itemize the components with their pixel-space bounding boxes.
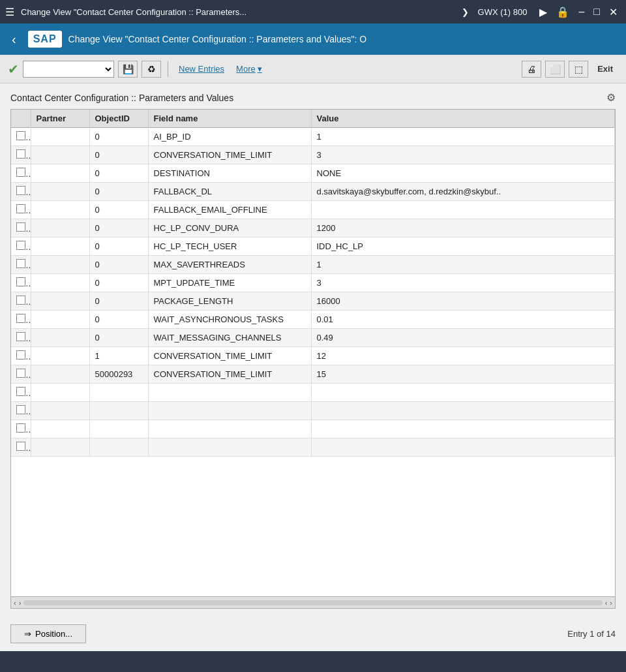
row-value [311,420,615,438]
row-objectid [89,438,148,457]
row-checkbox[interactable] [16,241,25,250]
position-label: Position... [35,629,72,639]
row-partner [31,201,89,219]
row-checkbox[interactable] [16,332,25,341]
row-value [311,402,615,420]
save-button[interactable]: 💾 [118,61,138,78]
scroll-right2-icon[interactable]: › [610,599,612,607]
row-fieldname: FALLBACK_EMAIL_OFFLINE [148,201,311,219]
table-row[interactable]: 0FALLBACK_DLd.savitskaya@skybuffer.com, … [11,183,615,201]
more-button[interactable]: More ▾ [232,61,266,76]
table-row[interactable]: 0MAX_SAVERTHREADS1 [11,256,615,274]
second-icon-button[interactable]: ⬜ [545,61,565,78]
row-checkbox[interactable] [16,296,25,305]
horizontal-scrollbar[interactable]: ‹ › ‹ › [11,596,615,608]
footer-bar: ⇒ Position... Entry 1 of 14 [0,617,626,651]
col-objectid-header: ObjectID [89,110,148,128]
row-value: 3 [311,274,615,292]
play-icon[interactable]: ▶ [536,5,550,20]
row-value [311,384,615,402]
row-checkbox[interactable] [16,369,25,378]
row-checkbox[interactable] [16,186,25,195]
row-checkbox[interactable] [16,277,25,286]
table-row[interactable]: 1CONVERSATION_TIME_LIMIT12 [11,347,615,365]
table-row[interactable]: 0DESTINATIONNONE [11,164,615,183]
row-partner [31,164,89,183]
table-row[interactable]: 0HC_LP_CONV_DURA1200 [11,219,615,237]
row-checkbox[interactable] [16,204,25,213]
print-button[interactable]: 🖨 [522,61,541,78]
row-fieldname [148,438,311,457]
sap-header-title: Change View "Contact Center Configuratio… [68,34,619,44]
table-row[interactable] [11,438,615,457]
row-fieldname: WAIT_ASYNCHRONOUS_TASKS [148,311,311,329]
row-value: NONE [311,164,615,183]
third-icon-button[interactable]: ⬚ [569,61,588,78]
close-icon[interactable]: ✕ [606,5,621,20]
lock-icon[interactable]: 🔒 [553,5,573,20]
row-checkbox[interactable] [16,350,25,359]
scroll-left-icon[interactable]: ‹ [14,599,16,607]
row-checkbox[interactable] [16,405,25,414]
row-checkbox[interactable] [16,259,25,268]
table-row[interactable] [11,420,615,438]
col-fieldname-header: Field name [148,110,311,128]
table-row[interactable]: 0WAIT_MESSAGING_CHANNELS0.49 [11,329,615,347]
row-fieldname: AI_BP_ID [148,128,311,146]
table-row[interactable]: 0FALLBACK_EMAIL_OFFLINE [11,201,615,219]
row-objectid: 0 [89,201,148,219]
exit-button[interactable]: Exit [592,61,618,76]
toolbar-divider [168,61,168,77]
table-row[interactable] [11,402,615,420]
row-checkbox[interactable] [16,314,25,323]
row-checkbox[interactable] [16,131,25,140]
row-partner [31,311,89,329]
row-objectid [89,402,148,420]
table-row[interactable] [11,384,615,402]
row-objectid: 1 [89,347,148,365]
minimize-icon[interactable]: – [575,5,588,19]
breadcrumb-arrow: ❯ [462,7,469,17]
table-row[interactable]: 0AI_BP_ID1 [11,128,615,146]
position-button[interactable]: ⇒ Position... [10,624,86,643]
row-checkbox[interactable] [16,387,25,396]
maximize-icon[interactable]: □ [590,5,603,19]
row-value [311,201,615,219]
table-row[interactable]: 0MPT_UPDATE_TIME3 [11,274,615,292]
row-checkbox-cell [11,164,31,183]
back-button[interactable]: ‹ [7,29,22,50]
settings-icon[interactable]: ⚙ [606,91,616,104]
new-entries-button[interactable]: New Entries [175,61,228,76]
refresh-button[interactable]: ♻ [142,61,161,78]
row-checkbox[interactable] [16,423,25,433]
scroll-right-icon[interactable]: › [19,599,22,607]
check-icon[interactable]: ✔ [8,61,19,77]
row-partner [31,183,89,201]
row-value: 1 [311,256,615,274]
scroll-left2-icon[interactable]: ‹ [605,599,608,607]
table-scroll-area[interactable]: Partner ObjectID Field name Value 0AI_BP… [11,110,615,596]
row-checkbox[interactable] [16,442,25,451]
row-fieldname: HC_LP_CONV_DURA [148,219,311,237]
view-selector[interactable] [23,61,114,78]
col-partner-header: Partner [31,110,89,128]
row-checkbox[interactable] [16,149,25,159]
title-bar: ☰ Change View "Contact Center Configurat… [0,0,626,23]
table-row[interactable]: 50000293CONVERSATION_TIME_LIMIT15 [11,365,615,384]
sap-header: ‹ SAP Change View "Contact Center Config… [0,23,626,55]
row-checkbox-cell [11,311,31,329]
row-checkbox-cell [11,219,31,237]
row-partner [31,219,89,237]
scroll-track[interactable] [23,600,602,605]
table-row[interactable]: 0HC_LP_TECH_USERIDD_HC_LP [11,237,615,256]
row-checkbox[interactable] [16,168,25,177]
row-objectid: 0 [89,274,148,292]
row-fieldname: CONVERSATION_TIME_LIMIT [148,347,311,365]
table-row[interactable]: 0WAIT_ASYNCHRONOUS_TASKS0.01 [11,311,615,329]
menu-icon[interactable]: ☰ [5,6,14,18]
row-fieldname [148,402,311,420]
row-checkbox[interactable] [16,222,25,232]
row-objectid: 50000293 [89,365,148,384]
table-row[interactable]: 0CONVERSATION_TIME_LIMIT3 [11,146,615,164]
table-row[interactable]: 0PACKAGE_LENGTH16000 [11,292,615,311]
